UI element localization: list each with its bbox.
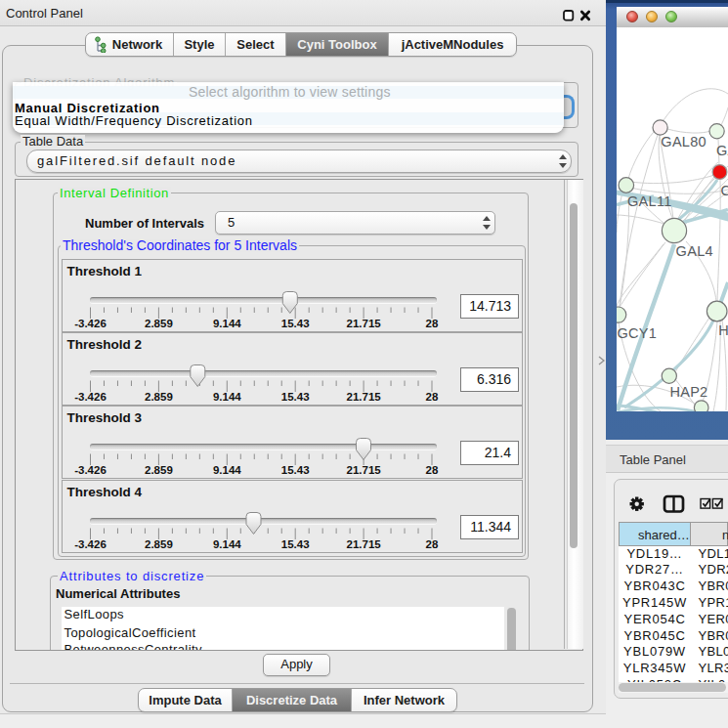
svg-text:2.859: 2.859: [145, 318, 173, 329]
svg-text:-3.426: -3.426: [74, 391, 107, 403]
svg-text:9.144: 9.144: [213, 537, 241, 549]
svg-text:2.859: 2.859: [145, 391, 173, 403]
svg-text:GA.: GA.: [716, 143, 728, 158]
svg-text:H: H: [718, 322, 728, 338]
svg-text:2.859: 2.859: [145, 464, 173, 476]
svg-text:21.715: 21.715: [347, 391, 382, 403]
svg-text:15.43: 15.43: [281, 464, 310, 476]
svg-text:GAL11: GAL11: [627, 193, 672, 209]
svg-text:28: 28: [426, 391, 439, 403]
svg-text:9.144: 9.144: [213, 391, 241, 403]
svg-text:GCY1: GCY1: [618, 325, 658, 341]
svg-text:28: 28: [426, 464, 439, 476]
svg-text:15.43: 15.43: [281, 391, 310, 403]
svg-text:21.715: 21.715: [347, 464, 382, 476]
svg-text:15.43: 15.43: [281, 318, 310, 329]
svg-text:2.859: 2.859: [145, 537, 173, 549]
svg-text:9.144: 9.144: [213, 318, 241, 329]
svg-text:21.715: 21.715: [347, 537, 382, 549]
svg-text:9.144: 9.144: [213, 464, 241, 476]
svg-text:28: 28: [426, 318, 439, 329]
svg-text:GAL4: GAL4: [676, 243, 713, 259]
svg-text:21.715: 21.715: [347, 318, 382, 329]
svg-text:HAP2: HAP2: [669, 384, 707, 400]
svg-text:C.: C.: [721, 183, 728, 198]
svg-text:-3.426: -3.426: [74, 464, 107, 476]
svg-text:28: 28: [426, 537, 439, 549]
svg-text:GAL80: GAL80: [661, 134, 707, 150]
svg-text:-3.426: -3.426: [74, 537, 107, 549]
svg-text:15.43: 15.43: [281, 537, 310, 549]
svg-text:-3.426: -3.426: [74, 318, 107, 329]
